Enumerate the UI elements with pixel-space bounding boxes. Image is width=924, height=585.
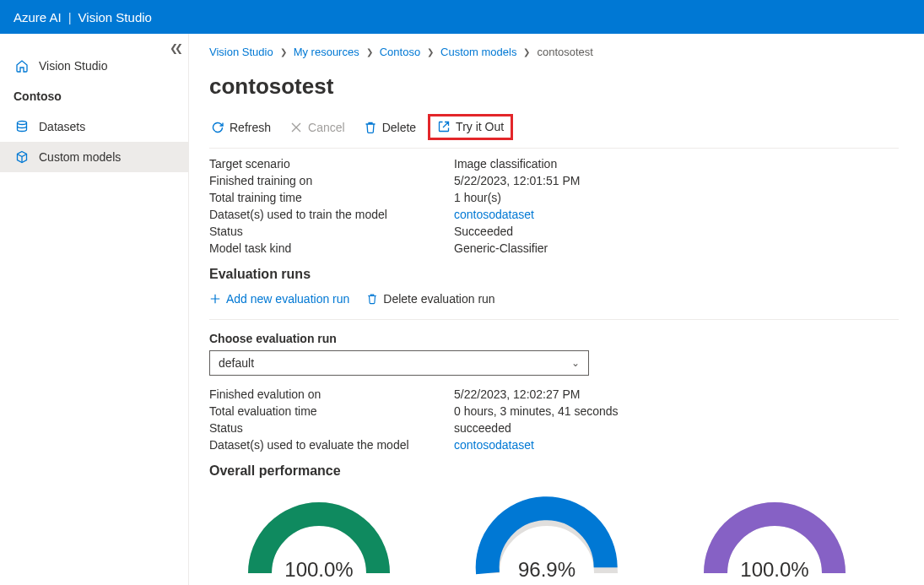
info-value: 1 hour(s) xyxy=(454,191,899,204)
eval-info-grid: Finished evalution on5/22/2023, 12:02:27… xyxy=(209,387,899,452)
dataset-icon xyxy=(15,120,29,133)
header-divider: | xyxy=(68,10,72,24)
info-key: Dataset(s) used to train the model xyxy=(209,208,454,221)
delete-label: Delete xyxy=(382,121,416,134)
refresh-icon xyxy=(211,121,224,134)
info-value: 5/22/2023, 12:02:27 PM xyxy=(454,387,899,401)
sidebar-group-label: Contoso xyxy=(14,89,62,103)
cancel-button: Cancel xyxy=(288,119,347,136)
info-key: Status xyxy=(209,225,454,238)
brand-text: Azure AI xyxy=(14,10,62,24)
info-key: Total evaluation time xyxy=(209,404,454,418)
sidebar-item-label: Datasets xyxy=(39,120,85,133)
info-key: Target scenario xyxy=(209,157,454,171)
toolbar: Refresh Cancel Delete Try it O xyxy=(209,115,899,149)
chevron-right-icon: ❯ xyxy=(366,47,373,57)
home-icon xyxy=(15,59,29,73)
add-eval-label: Add new evaluation run xyxy=(226,292,349,306)
info-key: Model task kind xyxy=(209,241,454,255)
gauge-value: 100.0% xyxy=(243,558,395,582)
info-key: Finished training on xyxy=(209,174,454,187)
gauge-value: 100.0% xyxy=(699,558,851,582)
sidebar-item-label: Custom models xyxy=(39,150,121,164)
trash-icon xyxy=(364,121,377,134)
chevron-right-icon: ❯ xyxy=(280,47,287,57)
external-link-icon xyxy=(437,120,451,133)
page-title: contosotest xyxy=(209,73,899,100)
eval-run-select[interactable]: default ⌄ xyxy=(209,350,589,376)
delete-button[interactable]: Delete xyxy=(362,119,418,136)
delete-eval-run-button[interactable]: Delete evaluation run xyxy=(366,292,494,306)
info-key: Dataset(s) used to evaluate the model xyxy=(209,438,454,452)
info-value: 0 hours, 3 minutes, 41 seconds xyxy=(454,404,899,418)
product-text: Vision Studio xyxy=(78,10,152,24)
delete-eval-label: Delete evaluation run xyxy=(383,292,494,306)
sidebar: ❮❮ Vision Studio Contoso Datasets Custom… xyxy=(0,34,189,585)
model-info-grid: Target scenarioImage classificationFinis… xyxy=(209,157,899,255)
chevron-right-icon: ❯ xyxy=(523,47,530,57)
gauge-arc: 100.0% xyxy=(699,497,851,582)
gauge-value: 96.9% xyxy=(471,558,623,582)
info-value: Generic-Classifier xyxy=(454,241,899,255)
gauge-arc: 96.9% xyxy=(471,497,623,582)
svg-point-0 xyxy=(18,122,27,125)
gauge: 96.9% Accuracy - Top 1 i xyxy=(462,497,631,585)
refresh-button[interactable]: Refresh xyxy=(209,119,273,136)
cube-icon xyxy=(15,150,29,164)
choose-eval-label: Choose evaluation run xyxy=(209,332,899,345)
breadcrumb-link[interactable]: Vision Studio xyxy=(209,46,273,58)
breadcrumb: Vision Studio ❯ My resources ❯ Contoso ❯… xyxy=(209,46,899,58)
try-it-out-label: Try it Out xyxy=(456,120,504,133)
try-it-out-highlight: Try it Out xyxy=(428,114,513,140)
info-value: 5/22/2023, 12:01:51 PM xyxy=(454,174,899,187)
cancel-label: Cancel xyxy=(308,121,345,134)
gauge-arc: 100.0% xyxy=(243,497,395,582)
info-key: Total training time xyxy=(209,191,454,204)
gauge: 100.0% Average precision i xyxy=(235,497,403,585)
eval-heading: Evaluation runs xyxy=(209,267,899,282)
close-icon xyxy=(289,121,303,134)
performance-row: 100.0% Average precision i 96.9% Accurac… xyxy=(209,489,899,585)
main-content: Vision Studio ❯ My resources ❯ Contoso ❯… xyxy=(189,34,924,585)
breadcrumb-link[interactable]: Custom models xyxy=(440,46,516,58)
info-value: succeeded xyxy=(454,421,899,435)
perf-heading: Overall performance xyxy=(209,463,899,479)
info-value: Image classification xyxy=(454,157,899,171)
info-value: Succeeded xyxy=(454,225,899,238)
info-value-link[interactable]: contosodataset xyxy=(454,208,899,221)
collapse-sidebar-icon[interactable]: ❮❮ xyxy=(170,42,180,54)
refresh-label: Refresh xyxy=(230,121,271,134)
eval-actions: Add new evaluation run Delete evaluation… xyxy=(209,292,899,320)
breadcrumb-link[interactable]: Contoso xyxy=(380,46,420,58)
breadcrumb-link[interactable]: My resources xyxy=(294,46,359,58)
info-key: Finished evalution on xyxy=(209,387,454,401)
info-key: Status xyxy=(209,421,454,435)
add-eval-run-button[interactable]: Add new evaluation run xyxy=(209,292,349,306)
breadcrumb-current: contosotest xyxy=(537,46,593,58)
sidebar-item-custom-models[interactable]: Custom models xyxy=(0,142,188,172)
sidebar-item-datasets[interactable]: Datasets xyxy=(0,111,188,142)
chevron-right-icon: ❯ xyxy=(427,47,434,57)
info-value-link[interactable]: contosodataset xyxy=(454,438,899,452)
gauge: 100.0% Accuracy - Top 5 i xyxy=(690,497,859,585)
app-header: Azure AI | Vision Studio xyxy=(0,0,924,34)
sidebar-item-home[interactable]: Vision Studio xyxy=(0,51,188,81)
sidebar-item-label: Vision Studio xyxy=(39,59,107,73)
select-value: default xyxy=(219,356,254,370)
try-it-out-button[interactable]: Try it Out xyxy=(435,118,505,135)
chevron-down-icon: ⌄ xyxy=(571,357,580,369)
sidebar-group-contoso[interactable]: Contoso xyxy=(0,81,188,111)
